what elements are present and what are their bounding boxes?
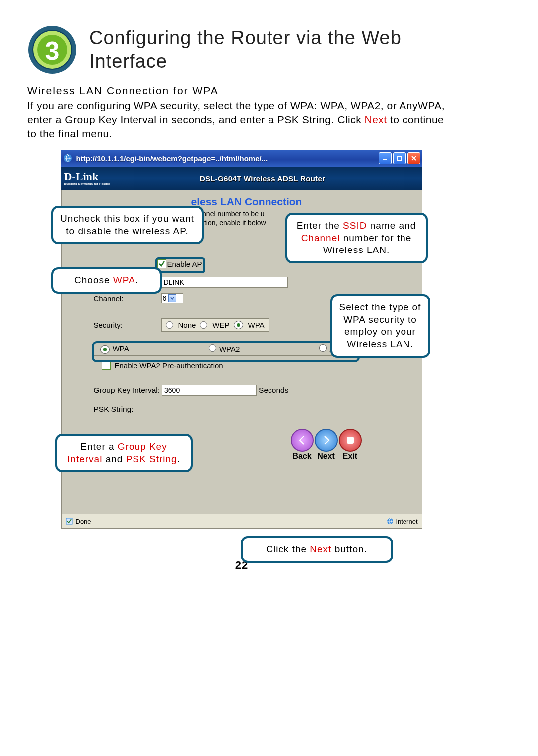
security-row: Security: None WEP WPA [94, 318, 269, 332]
svg-text:3: 3 [45, 36, 60, 65]
channel-label: Channel: [94, 294, 161, 303]
chevron-down-icon [168, 294, 176, 302]
status-internet: Internet [396, 518, 417, 525]
window-url: http://10.1.1.1/cgi-bin/webcm?getpage=..… [76, 154, 375, 163]
window-minimize-button[interactable] [379, 152, 392, 164]
window-maximize-button[interactable] [393, 152, 406, 164]
back-button[interactable]: Back [291, 429, 314, 461]
internet-icon [387, 518, 394, 525]
next-arrow-icon [315, 429, 338, 452]
callout-gkipsk: Enter a Group Key Interval and PSK Strin… [55, 434, 193, 472]
gki-label: Group Key Interval: [94, 386, 160, 395]
status-bar: Done Internet [62, 514, 422, 528]
next-button[interactable]: Next [315, 429, 338, 461]
gki-unit: Seconds [259, 386, 288, 395]
router-header: D-Link Building Networks for People DSL-… [61, 167, 422, 190]
subhead: Wireless LAN Connection for WPA [27, 85, 456, 97]
psk-label: PSK String: [94, 405, 134, 414]
back-arrow-icon [291, 429, 314, 452]
screenshot: http://10.1.1.1/cgi-bin/webcm?getpage=..… [61, 150, 422, 529]
callout-next: Click the Next button. [241, 536, 393, 563]
window-titlebar: http://10.1.1.1/cgi-bin/webcm?getpage=..… [61, 150, 422, 167]
callout-enable: Uncheck this box if you want to disable … [51, 206, 204, 244]
window-close-button[interactable] [407, 152, 420, 164]
section-title: eless LAN Connection [191, 196, 302, 208]
step-badge: 3 [27, 25, 77, 75]
gki-row: Group Key Interval: 3600 Seconds [94, 385, 289, 396]
security-radio-wpa[interactable] [234, 321, 243, 329]
nav-buttons: Back Next Exit [291, 429, 362, 461]
page-number: 22 [27, 559, 456, 572]
brand-logo: D-Link Building Networks for People [64, 171, 110, 185]
exit-button[interactable]: Exit [339, 429, 362, 461]
intro: If you are configuring WPA security, sel… [27, 99, 456, 141]
gki-input[interactable]: 3600 [162, 385, 257, 396]
status-done: Done [76, 518, 91, 525]
router-model: DSL-G604T Wireless ADSL Router [110, 174, 415, 183]
ie-icon [63, 154, 72, 163]
callout-choose: Choose WPA. [51, 267, 162, 294]
security-radio-none[interactable] [166, 321, 173, 329]
highlight-enable [155, 257, 205, 273]
highlight-wpa-types [92, 341, 360, 362]
svg-rect-10 [347, 437, 353, 443]
channel-select[interactable]: 6 [161, 293, 183, 303]
channel-row: Channel: 6 [94, 293, 183, 303]
security-radio-wep[interactable] [200, 321, 207, 329]
security-label: Security: [94, 321, 161, 329]
done-icon [66, 518, 73, 525]
exit-icon [339, 429, 362, 452]
svg-rect-7 [398, 156, 402, 160]
ssid-input[interactable]: DLINK [161, 277, 288, 288]
callout-ssid: Enter the SSID name and Channel number f… [285, 213, 428, 263]
callout-selwpa: Select the type of WPA security to emplo… [330, 294, 430, 358]
step-title: Configuring the Router via the Web Inter… [89, 26, 456, 74]
